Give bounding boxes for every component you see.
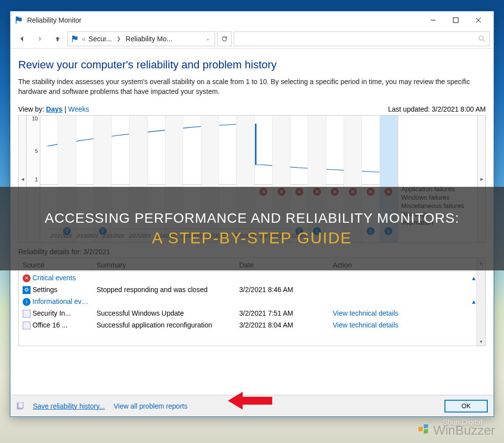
legend-warnings: Warnings xyxy=(401,210,474,218)
col-header-action[interactable]: Action xyxy=(329,261,485,269)
view-all-reports-link[interactable]: View all problem reports xyxy=(114,402,188,410)
breadcrumb-prefix: « xyxy=(82,35,86,43)
ok-button[interactable]: OK xyxy=(444,400,488,413)
breadcrumb-flag-icon xyxy=(71,35,79,43)
titlebar: Reliability Monitor xyxy=(10,11,494,29)
chart-scroll-right[interactable]: ▸ xyxy=(477,116,485,242)
viewby-row: View by: Days | Weeks Last updated: 3/2/… xyxy=(18,105,486,113)
watermark-shundigital: Shun Digital xyxy=(442,418,482,426)
svg-point-1 xyxy=(479,35,483,40)
minimize-button[interactable] xyxy=(422,12,444,28)
details-grid: Source Summary Date Action ✕Critical eve… xyxy=(18,258,486,346)
content-area: Review your computer's reliability and p… xyxy=(10,49,494,395)
chevron-right-icon: ❯ xyxy=(115,36,123,41)
xaxis-label: 2/21/2021 xyxy=(177,229,207,242)
ytick-10: 10 xyxy=(32,116,38,121)
nav-forward-button[interactable] xyxy=(32,31,48,47)
save-history-link[interactable]: Save reliability history... xyxy=(33,402,105,410)
chart-main: 10 5 1 ✕✕✕✕✕✕✕✕iiiiii 2/11/20212/13/2021… xyxy=(27,116,398,242)
document-icon xyxy=(23,322,31,329)
viewby-label: View by: xyxy=(18,105,44,113)
scroll-down-icon[interactable]: ▾ xyxy=(477,337,485,346)
legend-information: Information xyxy=(401,218,474,227)
info-icon: i xyxy=(23,298,31,306)
group-informational-events[interactable]: iInformational events (4) ▴ xyxy=(19,295,485,307)
xaxis-label: 2/19/2021 xyxy=(151,229,181,242)
chart-scroll-left[interactable]: ◂ xyxy=(19,116,27,242)
error-glyph-icon: ✕ xyxy=(313,188,321,196)
gear-icon: ⚙ xyxy=(23,286,31,294)
chart-legend: Application failures Windows failures Mi… xyxy=(398,116,477,242)
maximize-button[interactable] xyxy=(444,12,467,28)
search-input[interactable] xyxy=(238,34,478,43)
viewby-weeks-link[interactable]: Weeks xyxy=(68,105,89,113)
svg-rect-0 xyxy=(453,18,458,23)
info-glyph-icon: i xyxy=(367,227,375,235)
save-icon xyxy=(16,402,24,410)
legend-app-failures: Application failures xyxy=(401,185,474,193)
nav-up-button[interactable] xyxy=(50,31,65,47)
error-glyph-icon: ✕ xyxy=(259,188,267,196)
xaxis-label: 2/17/2021 xyxy=(125,229,155,242)
app-flag-icon xyxy=(14,16,23,25)
col-header-source[interactable]: Source xyxy=(19,261,93,269)
view-details-link[interactable]: View technical details xyxy=(333,309,399,317)
window-title: Reliability Monitor xyxy=(27,16,422,24)
ytick-5: 5 xyxy=(35,148,38,154)
xaxis-label: 2/23/2021 xyxy=(204,229,233,242)
xaxis-label: 2/13/2021 xyxy=(73,229,102,242)
svg-rect-5 xyxy=(424,424,428,429)
chart-yaxis: 10 5 1 xyxy=(27,116,40,242)
row-security-update[interactable]: Security In... Successful Windows Update… xyxy=(19,307,485,319)
stability-chart: ◂ 10 5 1 ✕✕✕✕✕✕✕✕iiiiii 2/11/20212/13/20… xyxy=(18,115,486,243)
row-office-reconfig[interactable]: Office 16 ... Successful application rec… xyxy=(19,319,485,331)
document-icon xyxy=(23,310,31,318)
chart-plot[interactable]: ✕✕✕✕✕✕✕✕iiiiii xyxy=(40,116,398,242)
search-box[interactable] xyxy=(234,31,490,46)
chevron-down-icon[interactable]: ⌄ xyxy=(204,36,212,41)
error-glyph-icon: ✕ xyxy=(278,188,285,196)
error-glyph-icon: ✕ xyxy=(331,188,339,196)
last-updated-label: Last updated: 3/2/2021 8:00 AM xyxy=(388,105,486,113)
error-glyph-icon: ✕ xyxy=(384,188,392,196)
ytick-1: 1 xyxy=(35,177,38,182)
col-header-date[interactable]: Date xyxy=(235,261,329,269)
nav-back-button[interactable] xyxy=(14,31,30,47)
reliability-monitor-window: Reliability Monitor « Secur... ❯ Reliabi… xyxy=(10,11,494,417)
breadcrumb[interactable]: « Secur... ❯ Reliability Mo... ⌄ xyxy=(67,31,215,46)
xaxis-label: 2/15/2021 xyxy=(99,229,128,242)
search-icon xyxy=(478,35,485,42)
navigation-bar: « Secur... ❯ Reliability Mo... ⌄ xyxy=(10,29,494,49)
breadcrumb-item-reliability[interactable]: Reliability Mo... xyxy=(126,35,172,43)
viewby-days-link[interactable]: Days xyxy=(46,105,63,113)
group-critical-events[interactable]: ✕Critical events ▴ xyxy=(19,272,485,284)
window-controls xyxy=(422,12,490,28)
xaxis-label: 3/1/2021 xyxy=(282,229,312,242)
svg-rect-4 xyxy=(418,426,423,431)
svg-rect-3 xyxy=(18,402,23,408)
refresh-icon xyxy=(221,35,228,42)
scroll-up-icon[interactable]: ▴ xyxy=(477,258,485,267)
grid-body: ✕Critical events ▴ ⚙Settings Stopped res… xyxy=(19,272,485,331)
chart-xaxis: 2/11/20212/13/20212/15/20212/17/20212/19… xyxy=(48,229,310,242)
breadcrumb-item-security[interactable]: Secur... xyxy=(89,35,112,43)
close-button[interactable] xyxy=(467,12,490,28)
col-header-summary[interactable]: Summary xyxy=(93,261,235,269)
xaxis-label: 2/25/2021 xyxy=(230,229,259,242)
info-glyph-icon: i xyxy=(313,227,321,235)
refresh-button[interactable] xyxy=(217,31,232,46)
view-details-link[interactable]: View technical details xyxy=(333,321,399,329)
page-description: The stability index assesses your system… xyxy=(18,77,486,96)
xaxis-label: 2/27/2021 xyxy=(256,229,285,242)
watermark-logo-icon xyxy=(417,424,430,437)
watermark-winbuzzer: WinBuzzer xyxy=(417,423,495,438)
viewby-separator: | xyxy=(64,105,66,113)
svg-rect-6 xyxy=(424,429,428,434)
grid-scrollbar[interactable]: ▴ ▾ xyxy=(476,258,485,346)
legend-windows-failures: Windows failures xyxy=(401,193,474,202)
error-glyph-icon: ✕ xyxy=(367,188,375,196)
page-title: Review your computer's reliability and p… xyxy=(18,59,486,71)
footer-bar: Save reliability history... View all pro… xyxy=(10,395,494,416)
row-settings-crash[interactable]: ⚙Settings Stopped responding and was clo… xyxy=(19,284,485,295)
xaxis-label: 2/11/2021 xyxy=(46,229,76,242)
